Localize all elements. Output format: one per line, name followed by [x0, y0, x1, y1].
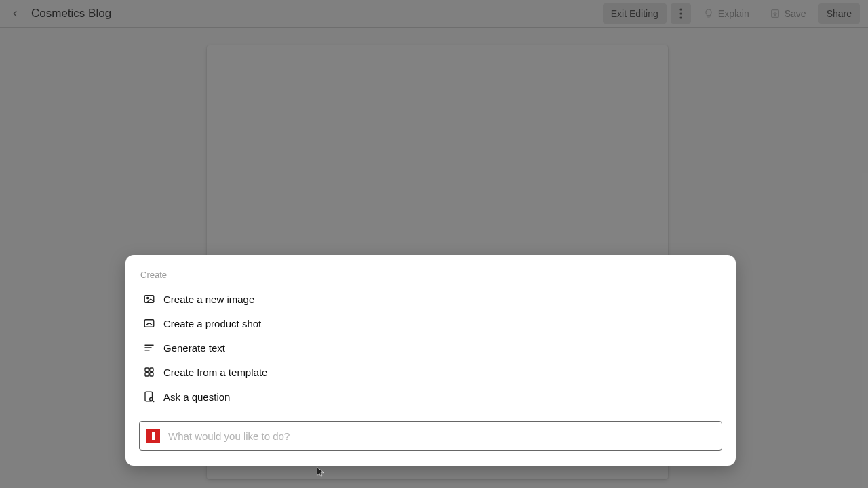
svg-rect-14: [145, 392, 153, 401]
create-image-item[interactable]: Create a new image: [139, 287, 722, 311]
svg-rect-4: [144, 296, 154, 303]
generate-text-item[interactable]: Generate text: [139, 336, 722, 360]
question-doc-icon: [142, 390, 157, 403]
image-icon: [142, 293, 157, 305]
svg-point-5: [147, 297, 149, 298]
section-label: Create: [140, 270, 722, 280]
create-product-shot-item[interactable]: Create a product shot: [139, 311, 722, 336]
product-shot-icon: [142, 317, 157, 329]
item-label: Create from a template: [163, 367, 267, 378]
item-label: Generate text: [163, 342, 225, 354]
create-from-template-item[interactable]: Create from a template: [139, 360, 722, 384]
item-label: Create a new image: [163, 293, 254, 305]
svg-rect-11: [150, 368, 153, 371]
template-grid-icon: [142, 366, 157, 378]
prompt-input-row: [139, 421, 722, 451]
item-label: Ask a question: [163, 391, 230, 403]
create-panel: Create Create a new image Create a produ…: [125, 255, 736, 466]
prompt-input[interactable]: [168, 430, 715, 442]
svg-rect-10: [145, 368, 149, 371]
svg-rect-12: [145, 373, 149, 376]
ask-question-item[interactable]: Ask a question: [139, 384, 722, 409]
prompt-badge-icon: [146, 429, 160, 443]
item-label: Create a product shot: [163, 318, 261, 329]
text-lines-icon: [142, 342, 157, 354]
svg-line-16: [153, 400, 154, 401]
svg-rect-13: [150, 373, 153, 376]
